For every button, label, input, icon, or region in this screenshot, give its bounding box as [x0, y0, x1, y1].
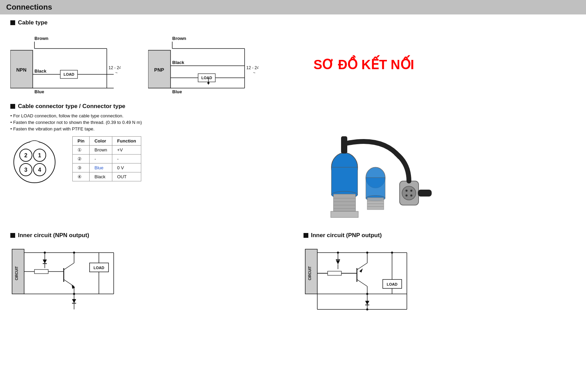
svg-text:3: 3 — [24, 167, 28, 173]
svg-text:⏦: ⏦ — [115, 71, 117, 74]
sodo-label: SƠ ĐỒ KẾT NỐI — [313, 57, 414, 72]
svg-text:Brown: Brown — [34, 36, 49, 41]
pin-circle-container: 1 2 3 4 — [10, 136, 59, 186]
pin-table-container: Pin Color Function ①Brown+V②--③Blue0 V④B… — [72, 136, 141, 181]
svg-point-59 — [402, 186, 416, 200]
svg-line-111 — [357, 279, 367, 286]
bullet-2: Fasten the connector not to shown the th… — [10, 120, 576, 125]
svg-text:12 - 24 VDC: 12 - 24 VDC — [246, 65, 258, 70]
svg-text:Blue: Blue — [34, 89, 44, 94]
svg-marker-131 — [365, 301, 369, 305]
bullet-list: For LOAD connection, follow the cable ty… — [10, 113, 576, 131]
connector-content: 1 2 3 4 Pin Color Function — [10, 136, 576, 226]
connector-type-heading: Cable connector type / Connector type — [10, 103, 576, 110]
svg-text:CIRCUIT: CIRCUIT — [15, 266, 19, 280]
pin-number: ④ — [73, 172, 90, 181]
npn-svg: Brown NPN Black LOAD — [10, 30, 121, 98]
svg-marker-86 — [72, 285, 75, 289]
svg-point-61 — [410, 190, 412, 192]
svg-marker-113 — [359, 268, 363, 273]
svg-text:LOAD: LOAD — [387, 282, 397, 286]
svg-marker-108 — [336, 260, 340, 264]
pnp-inner-label: Inner circuit (PNP output) — [304, 232, 576, 239]
svg-text:1: 1 — [38, 152, 41, 158]
section-square-icon — [10, 20, 15, 25]
svg-point-117 — [366, 252, 368, 254]
pin-function: - — [112, 155, 141, 163]
pin-color: - — [90, 155, 112, 163]
svg-text:12 - 24 VDC: 12 - 24 VDC — [109, 65, 121, 70]
connector-section: Cable connector type / Connector type Fo… — [0, 103, 586, 226]
svg-marker-98 — [72, 299, 76, 303]
svg-point-88 — [73, 252, 75, 254]
pin-table-row: ②-- — [73, 155, 141, 163]
svg-text:Black: Black — [34, 68, 47, 74]
cable-diagrams-row: Brown NPN Black LOAD — [10, 30, 576, 99]
svg-rect-64 — [418, 190, 432, 197]
svg-rect-120 — [328, 271, 341, 275]
svg-point-62 — [405, 194, 408, 197]
svg-text:LOAD: LOAD — [93, 266, 104, 270]
svg-text:LOAD: LOAD — [63, 72, 74, 76]
svg-line-84 — [64, 263, 74, 270]
pin-table-row: ①Brown+V — [73, 146, 141, 155]
pnp-inner-svg: CIRCUIT — [304, 242, 434, 311]
pin-function: 0 V — [112, 163, 141, 172]
pnp-diagram: Brown PNP Black LOAD — [148, 30, 258, 99]
pin-table-row: ④BlackOUT — [73, 172, 141, 181]
pin-color: Brown — [90, 146, 112, 155]
section-square-icon-4 — [304, 233, 308, 238]
cable-type-heading: Cable type — [10, 19, 576, 26]
svg-rect-56 — [331, 211, 358, 218]
svg-text:LOAD: LOAD — [201, 76, 212, 80]
npn-inner-circuit: Inner circuit (NPN output) CIRCUIT — [10, 232, 283, 312]
svg-text:Blue: Blue — [172, 89, 182, 94]
svg-text:PNP: PNP — [154, 67, 164, 73]
sensor-product-svg — [296, 136, 434, 226]
svg-text:2: 2 — [24, 152, 28, 158]
svg-point-128 — [391, 252, 393, 254]
svg-point-60 — [405, 190, 408, 192]
pin-function: OUT — [112, 172, 141, 181]
pin-table-row: ③Blue0 V — [73, 163, 141, 172]
col-pin: Pin — [73, 137, 90, 146]
sensor-image — [155, 136, 576, 226]
svg-line-85 — [64, 279, 74, 286]
svg-marker-77 — [43, 259, 47, 264]
pin-circle-svg: 1 2 3 4 — [10, 136, 59, 184]
pin-color: Black — [90, 172, 112, 181]
pnp-svg: Brown PNP Black LOAD — [148, 30, 258, 98]
section-square-icon-2 — [10, 104, 15, 109]
npn-inner-svg: CIRCUIT — [10, 242, 141, 311]
pin-function: +V — [112, 146, 141, 155]
pin-table: Pin Color Function ①Brown+V②--③Blue0 V④B… — [72, 136, 141, 181]
inner-circuit-row: Inner circuit (NPN output) CIRCUIT — [10, 232, 576, 312]
svg-line-112 — [357, 263, 367, 270]
bullet-3: Fasten the vibration part with PTFE tape… — [10, 126, 576, 131]
pin-color: Blue — [90, 163, 112, 172]
svg-text:CIRCUIT: CIRCUIT — [308, 266, 312, 280]
bullet-1: For LOAD connection, follow the cable ty… — [10, 113, 576, 118]
svg-point-63 — [410, 194, 412, 197]
svg-text:Black: Black — [172, 60, 184, 65]
col-color: Color — [90, 137, 112, 146]
pnp-inner-circuit: Inner circuit (PNP output) CIRCUIT — [304, 232, 576, 312]
npn-diagram: Brown NPN Black LOAD — [10, 30, 121, 99]
svg-text:NPN: NPN — [16, 67, 27, 73]
npn-inner-label: Inner circuit (NPN output) — [10, 232, 283, 239]
svg-text:Brown: Brown — [172, 36, 186, 41]
pin-number: ③ — [73, 163, 90, 172]
svg-rect-49 — [331, 167, 358, 195]
svg-point-39 — [14, 141, 55, 183]
col-function: Function — [112, 137, 141, 146]
svg-text:⏦: ⏦ — [253, 71, 255, 74]
page-title: Connections — [6, 3, 580, 12]
svg-rect-81 — [34, 269, 48, 274]
pin-number: ② — [73, 155, 90, 163]
inner-circuit-section: Inner circuit (NPN output) CIRCUIT — [0, 232, 586, 312]
page: Connections Cable type Brown NPN — [0, 0, 586, 392]
header: Connections — [0, 0, 586, 14]
svg-text:4: 4 — [38, 167, 41, 173]
svg-point-137 — [366, 308, 368, 310]
section-square-icon-3 — [10, 233, 15, 238]
